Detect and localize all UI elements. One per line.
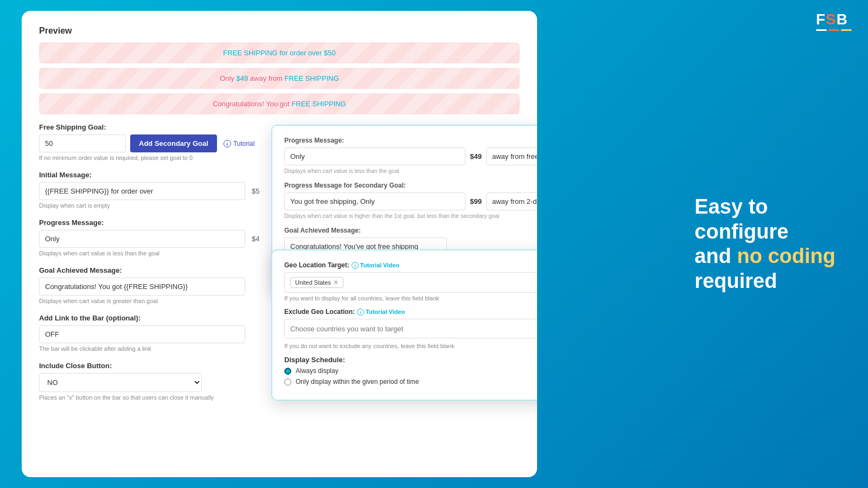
preview-banner-2-text: Only $49 away from FREE SHIPPING bbox=[220, 74, 339, 82]
oc-secondary-input[interactable] bbox=[284, 192, 465, 210]
initial-message-suffix: $5 bbox=[252, 187, 259, 195]
radio-always-input[interactable] bbox=[284, 368, 291, 375]
overlay-geo-card: Geo Location Target: i Tutorial Video Un… bbox=[271, 249, 537, 401]
geo-tag-us: United States ✕ bbox=[290, 277, 343, 288]
logo-bar-1 bbox=[816, 29, 827, 31]
geo-tag-input[interactable]: United States ✕ bbox=[284, 272, 537, 293]
add-link-input[interactable] bbox=[39, 325, 245, 343]
progress-message-input[interactable] bbox=[39, 230, 245, 248]
initial-message-input[interactable] bbox=[39, 182, 245, 200]
oc-secondary-label: Progress Message for Secondary Goal: bbox=[284, 182, 537, 189]
exclude-geo-label-text: Exclude Geo Location: bbox=[284, 308, 355, 316]
preview-banner-3: Congratulations! You got FREE SHIPPING bbox=[39, 93, 520, 114]
preview-banner-2-part1: Only bbox=[220, 74, 236, 82]
preview-banner-2-part3: away from bbox=[248, 74, 284, 82]
geo-tag-remove[interactable]: ✕ bbox=[333, 279, 339, 286]
oc-progress-suffix-input[interactable] bbox=[486, 147, 537, 165]
oc-goal-achieved-label: Goal Achieved Message: bbox=[284, 227, 537, 234]
preview-banner-3-part2: FREE SHIPPING bbox=[291, 100, 346, 108]
geo-tutorial-link[interactable]: i Tutorial Video bbox=[352, 262, 399, 269]
logo-underline bbox=[816, 29, 852, 31]
geo-tutorial-text: Tutorial Video bbox=[360, 262, 399, 268]
svg-text:i: i bbox=[354, 264, 355, 268]
add-secondary-goal-button[interactable]: Add Secondary Goal bbox=[130, 134, 217, 152]
marketing-line1: Easy toconfigureand no codingrequired bbox=[694, 195, 835, 292]
tutorial-link-label: Tutorial bbox=[233, 140, 255, 147]
oc-secondary-hint: Displays when cart value is higher than … bbox=[284, 213, 537, 219]
free-shipping-goal-input[interactable] bbox=[39, 134, 126, 152]
exclude-tutorial-text: Tutorial Video bbox=[366, 309, 405, 315]
logo-b: B bbox=[837, 11, 848, 28]
include-close-select[interactable]: NO YES bbox=[39, 373, 202, 392]
oc-progress-dollar: $49 bbox=[470, 152, 482, 160]
svg-text:i: i bbox=[360, 310, 361, 315]
preview-banner-3-part1: Congratulations! You got bbox=[213, 100, 291, 108]
oc-progress-row: $49 bbox=[284, 147, 537, 165]
oc-secondary-dollar: $99 bbox=[470, 197, 482, 206]
oc-progress-label: Progress Message: bbox=[284, 137, 537, 144]
info-icon-exclude: i bbox=[357, 309, 364, 316]
radio-always-label: Always display bbox=[296, 367, 339, 375]
geo-tag-label: United States bbox=[295, 279, 331, 286]
logo: FSB bbox=[816, 11, 852, 31]
exclude-geo-input[interactable] bbox=[284, 319, 537, 338]
geo-location-label: Geo Location Target: i Tutorial Video bbox=[284, 261, 537, 269]
radio-period-input[interactable] bbox=[284, 378, 291, 386]
tutorial-link[interactable]: i Tutorial bbox=[224, 140, 255, 147]
display-schedule: Display Schedule: Always display Only di… bbox=[284, 356, 537, 386]
info-icon: i bbox=[224, 140, 231, 147]
preview-banner-3-text: Congratulations! You got FREE SHIPPING bbox=[213, 100, 346, 108]
preview-banner-2: Only $49 away from FREE SHIPPING bbox=[39, 68, 520, 89]
schedule-label: Display Schedule: bbox=[284, 356, 537, 364]
logo-bar-3 bbox=[841, 29, 852, 31]
exclude-geo-label: Exclude Geo Location: i Tutorial Video bbox=[284, 308, 537, 316]
logo-bar-2 bbox=[828, 29, 839, 31]
goal-achieved-input[interactable] bbox=[39, 278, 245, 296]
oc-progress-hint: Displays when cart value is less than th… bbox=[284, 168, 537, 174]
preview-title: Preview bbox=[39, 26, 520, 36]
oc-secondary-row: $99 bbox=[284, 192, 537, 210]
radio-period: Only display within the given period of … bbox=[284, 378, 537, 386]
preview-banner-1: FREE SHIPPING for order over $50 bbox=[39, 42, 520, 63]
oc-secondary-suffix-input[interactable] bbox=[486, 192, 537, 210]
exclude-hint: If you do not want to exclude any countr… bbox=[284, 343, 537, 349]
preview-banner-2-part4: FREE SHIPPING bbox=[284, 74, 339, 82]
oc-progress-input[interactable] bbox=[284, 147, 465, 165]
preview-banner-1-part1: FREE SHIPPING for order over bbox=[223, 49, 324, 57]
info-icon-geo: i bbox=[352, 262, 359, 269]
geo-hint: If you want to display for all countries… bbox=[284, 295, 537, 301]
preview-banner-1-part2: $50 bbox=[324, 49, 336, 57]
progress-message-suffix: $4 bbox=[252, 235, 259, 243]
exclude-tutorial-link[interactable]: i Tutorial Video bbox=[357, 309, 405, 316]
logo-s: S bbox=[826, 11, 837, 28]
marketing-highlight: no coding bbox=[737, 245, 835, 267]
preview-banner-1-text: FREE SHIPPING for order over $50 bbox=[223, 49, 335, 57]
radio-always: Always display bbox=[284, 367, 537, 375]
radio-period-label: Only display within the given period of … bbox=[296, 378, 419, 386]
preview-banner-2-part2: $49 bbox=[237, 74, 248, 82]
main-card: Preview FREE SHIPPING for order over $50… bbox=[22, 11, 537, 477]
svg-text:i: i bbox=[227, 142, 228, 147]
logo-f: F bbox=[816, 11, 826, 28]
geo-location-label-text: Geo Location Target: bbox=[284, 261, 349, 269]
marketing-text: Easy toconfigureand no codingrequired bbox=[694, 195, 835, 293]
